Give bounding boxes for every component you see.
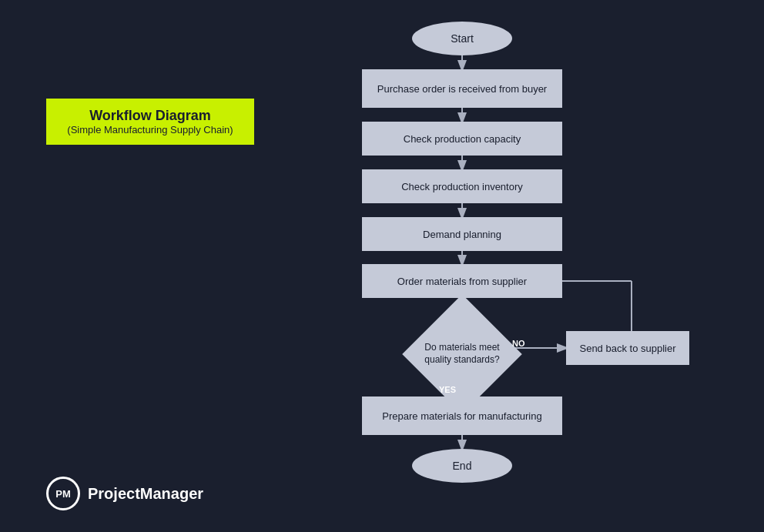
logo-name: ProjectManager: [88, 485, 203, 503]
decision-label: Do materials meet quality standards?: [424, 342, 501, 366]
logo-icon: PM: [46, 477, 80, 510]
flowchart: Start Purchase order is received from bu…: [339, 0, 755, 532]
step4-node: Demand planning: [362, 217, 562, 251]
no-label: NO: [512, 339, 525, 348]
step5-node: Order materials from supplier: [362, 264, 562, 298]
logo: PM ProjectManager: [46, 477, 203, 510]
send-back-node: Send back to supplier: [566, 331, 689, 365]
end-node: End: [412, 449, 512, 483]
title-sub: (Simple Manufacturing Supply Chain): [60, 124, 240, 136]
step2-node: Check production capacity: [362, 122, 562, 156]
step6-node: Prepare materials for manufacturing: [362, 396, 562, 435]
start-node: Start: [412, 22, 512, 55]
decision-node: Do materials meet quality standards?: [400, 312, 524, 396]
title-main: Workflow Diagram: [60, 108, 240, 124]
title-box: Workflow Diagram (Simple Manufacturing S…: [46, 99, 254, 145]
step3-node: Check production inventory: [362, 169, 562, 203]
step1-node: Purchase order is received from buyer: [362, 69, 562, 108]
yes-label: YES: [439, 385, 456, 394]
